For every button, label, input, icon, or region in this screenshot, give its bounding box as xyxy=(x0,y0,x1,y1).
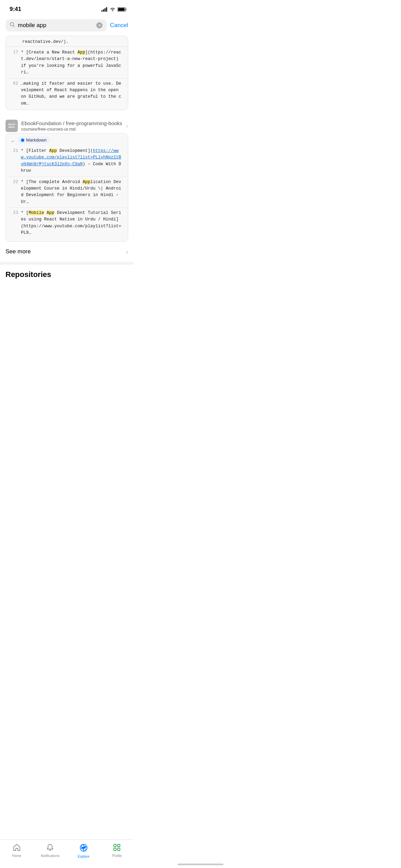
highlight-app-21: App xyxy=(49,148,57,153)
svg-rect-0 xyxy=(101,10,102,12)
repo-repo: free-programming-books xyxy=(66,120,122,126)
code-divider xyxy=(6,78,128,79)
search-clear-button[interactable]: ✕ xyxy=(96,22,102,28)
highlight-mobile-23: Mobile xyxy=(29,210,44,215)
highlight-app-22: App xyxy=(83,180,90,184)
see-more-text: See more xyxy=(5,248,31,255)
react-code-card[interactable]: 17 * [Create a New React App](https://re… xyxy=(5,46,128,110)
see-more-chevron-icon: › xyxy=(126,248,128,256)
partial-code-card: reactnative.dev/). xyxy=(5,36,128,46)
code-divider-21 xyxy=(6,177,128,177)
battery-icon xyxy=(118,7,127,12)
signal-icon xyxy=(101,7,108,12)
code-divider-22 xyxy=(6,207,128,208)
search-bar-container: mobile app ✕ Cancel xyxy=(0,16,134,36)
svg-line-7 xyxy=(13,26,15,27)
repositories-heading: Repositories xyxy=(0,265,134,282)
search-bar[interactable]: mobile app ✕ xyxy=(5,19,107,32)
collapse-icon[interactable]: ⌄ xyxy=(11,137,15,143)
highlight-app-23: App xyxy=(47,210,54,215)
code-line-partial: reactnative.dev/). xyxy=(6,39,128,44)
status-bar: 9:41 xyxy=(0,0,134,16)
lang-dot xyxy=(21,138,24,142)
cancel-button[interactable]: Cancel xyxy=(110,22,128,29)
repo-name-ebook: EbookFoundation / free-programming-books… xyxy=(21,120,123,132)
svg-rect-1 xyxy=(103,9,104,12)
see-more-row[interactable]: See more › xyxy=(0,242,134,262)
code-line-22: 22 * [The complete Android Application D… xyxy=(6,178,128,207)
code-line-23: 23 * [Mobile App Development Tutorial Se… xyxy=(6,208,128,238)
search-query-text: mobile app xyxy=(18,22,94,29)
lang-badge-markdown: Markdown xyxy=(17,136,50,144)
repo-slash: / xyxy=(62,120,66,126)
wifi-icon xyxy=(110,7,116,12)
code-line-21: 21 * [Flutter App Development](https://w… xyxy=(6,146,128,176)
status-icons xyxy=(101,7,127,12)
ebook-code-card[interactable]: ⌄ Markdown 21 * [Flutter App Development… xyxy=(5,133,128,242)
lang-badge-label: Markdown xyxy=(26,137,47,143)
repo-avatar-ebook: ebooklation xyxy=(5,120,18,132)
repo-org: EbookFoundation xyxy=(21,120,62,126)
svg-rect-3 xyxy=(106,7,107,12)
repo-file: courses/free-courses-ur.md xyxy=(21,126,123,132)
code-line-62: 62 …making it faster and easier to use. … xyxy=(6,79,128,110)
content-area: reactnative.dev/). 17 * [Create a New Re… xyxy=(0,36,134,310)
status-time: 9:41 xyxy=(10,6,21,13)
lang-badge-row: ⌄ Markdown xyxy=(6,134,128,146)
repo-ebook-header[interactable]: ebooklation EbookFoundation / free-progr… xyxy=(0,116,134,133)
highlight-app-17: App xyxy=(77,50,85,55)
section-divider xyxy=(0,262,134,265)
code-line-17: 17 * [Create a New React App](https://re… xyxy=(6,47,128,77)
search-icon xyxy=(10,22,15,29)
svg-rect-2 xyxy=(105,8,106,12)
link-21[interactable]: https://www.youtube.com/playlist?list=PL… xyxy=(21,148,121,167)
svg-rect-5 xyxy=(118,8,125,11)
repo-chevron-icon: › xyxy=(126,122,128,130)
